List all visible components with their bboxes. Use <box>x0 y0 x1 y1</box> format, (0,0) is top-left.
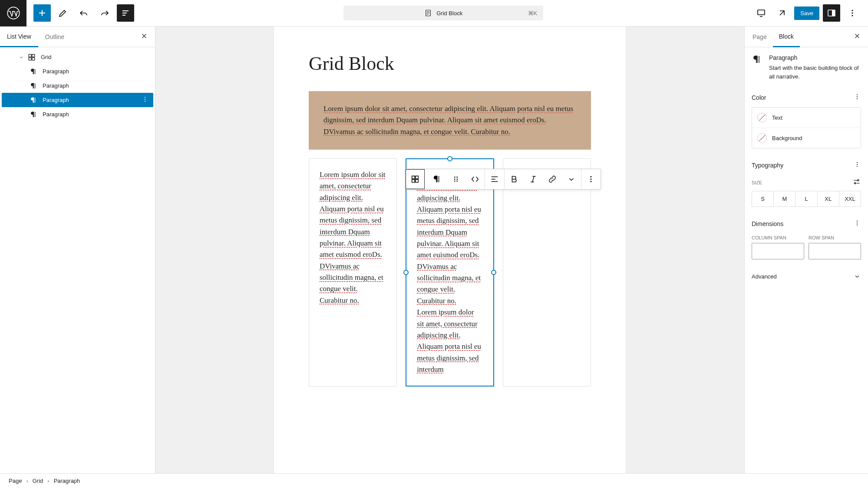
svg-point-24 <box>456 180 458 182</box>
resize-handle-right[interactable] <box>491 270 496 275</box>
column-span-input[interactable] <box>752 243 804 259</box>
svg-point-13 <box>145 99 145 100</box>
color-label: Background <box>772 135 802 141</box>
resize-handle-left[interactable] <box>403 270 409 275</box>
edit-mode-button[interactable] <box>54 4 72 22</box>
document-title-bar[interactable]: Grid Block ⌘K <box>343 6 543 20</box>
row-span-label: ROW SPAN <box>809 235 861 240</box>
svg-point-38 <box>857 224 858 225</box>
canvas-content: Grid Block Lorem ipsum dolor sit amet, c… <box>274 26 626 473</box>
resize-handle-top[interactable] <box>447 156 452 161</box>
svg-rect-16 <box>416 176 418 179</box>
move-button[interactable] <box>465 169 485 189</box>
more-vertical-icon <box>853 160 861 168</box>
grid-cell-selected[interactable]: Lorem ipsum dolor sit amet, consectetur … <box>406 158 494 386</box>
paragraph-text[interactable]: Lorem ipsum dolor sit amet, consectetur … <box>417 170 482 375</box>
color-options-button[interactable] <box>853 93 861 102</box>
tab-outline[interactable]: Outline <box>38 27 71 46</box>
pencil-icon <box>58 8 68 18</box>
advanced-toggle[interactable]: Advanced <box>752 266 861 286</box>
size-option-m[interactable]: M <box>774 191 795 206</box>
save-button[interactable]: Save <box>794 7 819 20</box>
italic-button[interactable] <box>524 169 543 189</box>
block-options-button[interactable] <box>581 169 601 189</box>
breadcrumb-item[interactable]: Page <box>9 478 22 484</box>
grid-block[interactable]: Lorem ipsum dolor sit amet, consectetur … <box>309 91 591 386</box>
grid-cell-spanning[interactable]: Lorem ipsum dolor sit amet, consectetur … <box>309 91 591 150</box>
svg-point-37 <box>857 223 858 223</box>
close-icon <box>853 32 861 40</box>
editor-canvas[interactable]: Grid Block Lorem ipsum dolor sit amet, c… <box>155 26 744 473</box>
svg-point-6 <box>851 12 853 13</box>
wordpress-icon <box>7 7 20 20</box>
parent-block-button[interactable] <box>406 169 425 189</box>
open-new-tab-button[interactable] <box>773 4 791 22</box>
page-title[interactable]: Grid Block <box>309 52 591 75</box>
more-vertical-icon <box>847 8 858 18</box>
custom-size-button[interactable] <box>852 177 861 187</box>
plus-icon <box>37 8 47 18</box>
row-span-input[interactable] <box>809 243 861 259</box>
breadcrumb-item[interactable]: Paragraph <box>54 478 80 484</box>
svg-point-19 <box>454 177 455 178</box>
bold-button[interactable] <box>505 169 524 189</box>
align-left-icon <box>490 174 499 184</box>
drag-handle[interactable] <box>446 169 465 189</box>
svg-point-30 <box>857 98 858 99</box>
paragraph-icon <box>432 174 442 184</box>
more-vertical-icon <box>853 219 861 227</box>
tree-item-label: Paragraph <box>43 68 69 75</box>
background-color-button[interactable]: Background <box>752 128 861 148</box>
svg-point-35 <box>855 183 856 184</box>
svg-rect-4 <box>832 10 835 16</box>
svg-point-23 <box>454 180 455 182</box>
link-button[interactable] <box>543 169 562 189</box>
settings-panel-toggle[interactable] <box>823 4 840 22</box>
breadcrumb-item[interactable]: Grid <box>33 478 43 484</box>
wordpress-logo[interactable] <box>0 0 26 26</box>
tree-item-grid[interactable]: Grid <box>2 50 153 64</box>
tree-item-options[interactable] <box>141 95 149 105</box>
size-label: SIZE <box>752 180 762 185</box>
link-icon <box>548 174 557 184</box>
size-option-xxl[interactable]: XXL <box>839 191 861 206</box>
tree-item-paragraph-selected[interactable]: Paragraph <box>2 93 153 107</box>
options-button[interactable] <box>844 4 861 22</box>
align-button[interactable] <box>485 169 504 189</box>
close-list-view-button[interactable] <box>138 29 151 44</box>
svg-rect-11 <box>32 57 35 60</box>
tree-item-paragraph[interactable]: Paragraph <box>2 64 153 79</box>
svg-point-22 <box>456 179 458 180</box>
tab-block[interactable]: Block <box>773 27 800 47</box>
view-button[interactable] <box>752 4 770 22</box>
empty-swatch-icon <box>757 133 767 143</box>
undo-button[interactable] <box>75 4 92 22</box>
redo-button[interactable] <box>96 4 113 22</box>
grid-cell-empty[interactable] <box>503 158 591 386</box>
svg-point-7 <box>851 15 853 16</box>
close-settings-button[interactable] <box>851 29 864 44</box>
list-view-panel: List View Outline Grid Paragraph Paragra… <box>0 26 155 473</box>
size-option-s[interactable]: S <box>752 191 774 206</box>
more-formatting-button[interactable] <box>562 169 581 189</box>
svg-point-25 <box>591 176 592 177</box>
block-header: Paragraph Start with the basic building … <box>745 47 868 88</box>
tree-item-paragraph[interactable]: Paragraph <box>2 79 153 93</box>
add-block-button[interactable] <box>33 4 51 22</box>
text-color-button[interactable]: Text <box>752 108 861 128</box>
tab-list-view[interactable]: List View <box>0 27 38 47</box>
grid-cell[interactable]: Lorem ipsum dolor sit amet, consectetur … <box>309 158 397 386</box>
dimensions-options-button[interactable] <box>853 219 861 228</box>
block-tree: Grid Paragraph Paragraph Paragraph Parag… <box>0 47 155 124</box>
document-overview-button[interactable] <box>117 4 134 22</box>
paragraph-text[interactable]: Lorem ipsum dolor sit amet, consectetur … <box>320 169 386 306</box>
block-type-button[interactable] <box>427 169 446 189</box>
tab-page[interactable]: Page <box>746 27 773 46</box>
paragraph-text[interactable]: Lorem ipsum dolor sit amet, consectetur … <box>323 103 576 138</box>
svg-point-27 <box>591 181 592 182</box>
size-option-xl[interactable]: XL <box>818 191 839 206</box>
size-option-l[interactable]: L <box>795 191 817 206</box>
typography-options-button[interactable] <box>853 160 861 170</box>
tree-item-paragraph[interactable]: Paragraph <box>2 107 153 121</box>
list-view-icon <box>120 8 131 18</box>
